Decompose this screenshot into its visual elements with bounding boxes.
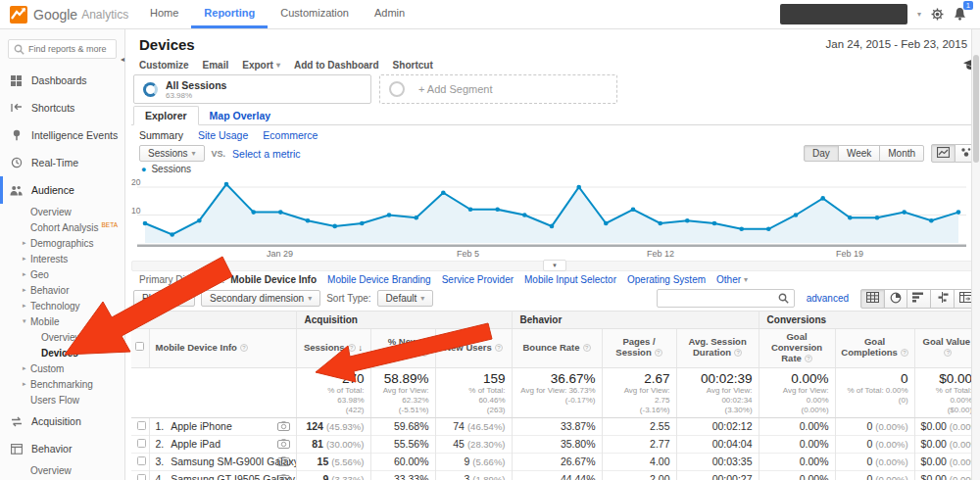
main-content: ◂ Devices Jan 24, 2015 - Feb 23, 2015 ▾ … bbox=[125, 29, 980, 480]
performance-view-button[interactable] bbox=[906, 289, 931, 309]
topnav-home[interactable]: Home bbox=[137, 0, 191, 28]
sidebar-search[interactable] bbox=[8, 39, 117, 59]
comparison-view-button[interactable] bbox=[930, 289, 955, 309]
sidebar-item-benchmarking[interactable]: ▸Benchmarking bbox=[0, 376, 124, 392]
row-checkbox[interactable] bbox=[137, 456, 146, 465]
customize-button[interactable]: Customize bbox=[139, 60, 189, 71]
dimension-other[interactable]: Other▾ bbox=[716, 274, 748, 285]
column-header-mobile-device-info[interactable]: Mobile Device Info? bbox=[149, 329, 296, 368]
sidebar-item-mobile[interactable]: ▾Mobile bbox=[0, 313, 124, 329]
column-header-sessions[interactable]: Sessions?↓ bbox=[296, 329, 370, 368]
column-header-new-users[interactable]: New Users? bbox=[435, 329, 512, 368]
sidebar-item-audience[interactable]: Audience bbox=[0, 176, 124, 204]
search-icon[interactable] bbox=[773, 293, 794, 304]
table-search-input[interactable] bbox=[658, 293, 773, 304]
granularity-week[interactable]: Week bbox=[838, 145, 880, 162]
sidebar-item-acquisition[interactable]: Acquisition bbox=[0, 408, 124, 435]
sidebar-item-overview[interactable]: Overview bbox=[0, 204, 124, 219]
summary-subtext: (0) bbox=[842, 396, 908, 406]
expand-right-icon: ▸ bbox=[23, 239, 28, 247]
column-header-goal-completions[interactable]: Goal Completions? bbox=[835, 329, 914, 368]
sidebar-item-overview[interactable]: Overview bbox=[0, 329, 124, 345]
sidebar-item-behavior[interactable]: Behavior bbox=[0, 435, 124, 462]
select-metric-link[interactable]: Select a metric bbox=[232, 148, 300, 160]
bell-icon[interactable]: 1 bbox=[954, 7, 966, 23]
metric-value: 33.87% bbox=[561, 420, 596, 432]
device-name-link[interactable]: Samsung GT-I9505 Galaxy S IV bbox=[171, 473, 296, 480]
scrollbar-thumb[interactable] bbox=[973, 55, 979, 163]
subtab-site-usage[interactable]: Site Usage bbox=[198, 129, 248, 141]
sidebar-item-geo[interactable]: ▸Geo bbox=[0, 266, 124, 282]
metric-cell: 55.56% bbox=[370, 435, 435, 453]
topnav-customization[interactable]: Customization bbox=[268, 0, 362, 28]
sidebar-item-cohort-analysis[interactable]: Cohort AnalysisBETA bbox=[0, 219, 124, 235]
device-name-link[interactable]: Apple iPhone bbox=[171, 420, 231, 432]
column-header-new-sessions[interactable]: % New Sessions? bbox=[370, 329, 435, 368]
sidebar-item-technology[interactable]: ▸Technology bbox=[0, 298, 124, 313]
percentage-view-button[interactable] bbox=[884, 289, 907, 309]
export-button[interactable]: Export▾ bbox=[242, 60, 280, 71]
row-index: 1. bbox=[156, 420, 165, 432]
tab-explorer[interactable]: Explorer bbox=[133, 106, 199, 125]
sort-type-button[interactable]: Default▾ bbox=[377, 290, 434, 307]
metric-selector[interactable]: Sessions▾ bbox=[139, 145, 205, 162]
sidebar-item-behavior[interactable]: ▸Behavior bbox=[0, 282, 124, 298]
sidebar-item-dashboards[interactable]: Dashboards bbox=[0, 67, 124, 94]
sidebar-item-overview[interactable]: Overview bbox=[0, 462, 124, 478]
dimension-operating-system[interactable]: Operating System bbox=[627, 274, 706, 285]
sidebar-item-real-time[interactable]: Real-Time bbox=[0, 149, 124, 176]
select-all-checkbox[interactable] bbox=[135, 342, 144, 351]
sidebar-item-demographics[interactable]: ▸Demographics bbox=[0, 235, 124, 251]
subtab-ecommerce[interactable]: Ecommerce bbox=[263, 129, 318, 141]
plot-rows-button[interactable]: Plot Rows bbox=[133, 290, 195, 307]
granularity-month[interactable]: Month bbox=[879, 145, 924, 162]
row-checkbox[interactable] bbox=[137, 421, 146, 430]
column-header-pages-session[interactable]: Pages / Session? bbox=[602, 329, 676, 368]
data-view-button[interactable] bbox=[860, 289, 885, 309]
metric-cell: 00:04:04 bbox=[676, 435, 759, 453]
column-header-avg-session-duration[interactable]: Avg. Session Duration? bbox=[676, 329, 759, 368]
secondary-dimension-button[interactable]: Secondary dimension▾ bbox=[201, 290, 320, 307]
segment-all-sessions[interactable]: All Sessions 63.98% bbox=[133, 74, 371, 104]
gear-icon[interactable] bbox=[931, 8, 944, 21]
dimension-mobile-input-selector[interactable]: Mobile Input Selector bbox=[524, 274, 616, 285]
scrollbar-track[interactable] bbox=[971, 29, 980, 480]
device-name-link[interactable]: Samsung SM-G900I Galaxy S5 bbox=[171, 456, 296, 467]
sidebar-item-intelligence-events[interactable]: Intelligence Events bbox=[0, 121, 124, 149]
column-header-goal-conversion-rate[interactable]: Goal Conversion Rate? bbox=[759, 329, 835, 368]
sidebar-item-devices[interactable]: Devices bbox=[0, 345, 124, 360]
shortcut-button[interactable]: Shortcut bbox=[393, 60, 433, 71]
subtab-summary[interactable]: Summary bbox=[139, 129, 183, 141]
topnav-reporting[interactable]: Reporting bbox=[191, 0, 268, 28]
date-range-selector[interactable]: Jan 24, 2015 - Feb 23, 2015 ▾ bbox=[826, 38, 977, 50]
tab-map-overlay[interactable]: Map Overlay bbox=[199, 107, 281, 124]
sidebar-collapse-button[interactable]: ◂ bbox=[121, 55, 124, 64]
label: Operating System bbox=[627, 274, 706, 285]
account-selector[interactable] bbox=[780, 4, 907, 24]
advanced-search-link[interactable]: advanced bbox=[807, 293, 849, 304]
chart-collapse-button[interactable]: ▼ bbox=[543, 260, 566, 271]
column-header-bounce-rate[interactable]: Bounce Rate? bbox=[512, 329, 602, 368]
search-input[interactable] bbox=[28, 44, 111, 54]
sidebar-item-users-flow[interactable]: Users Flow bbox=[0, 392, 124, 408]
dimension-mobile-device-info[interactable]: Mobile Device Info bbox=[230, 274, 317, 285]
row-checkbox[interactable] bbox=[137, 474, 146, 480]
sessions-chart[interactable]: 1020 bbox=[131, 175, 978, 248]
sidebar-item-custom[interactable]: ▸Custom bbox=[0, 360, 124, 376]
add-to-dashboard-button[interactable]: Add to Dashboard bbox=[294, 60, 379, 71]
row-index: 4. bbox=[156, 473, 165, 480]
device-name-link[interactable]: Apple iPad bbox=[171, 438, 220, 450]
dimension-service-provider[interactable]: Service Provider bbox=[442, 274, 514, 285]
email-button[interactable]: Email bbox=[203, 60, 229, 71]
line-chart-view-button[interactable] bbox=[931, 144, 956, 163]
column-header-goal-value[interactable]: Goal Value? bbox=[914, 329, 978, 368]
granularity-day[interactable]: Day bbox=[804, 145, 839, 162]
row-checkbox[interactable] bbox=[137, 439, 146, 448]
metric-value: 33.33% bbox=[394, 473, 429, 480]
dimension-mobile-device-branding[interactable]: Mobile Device Branding bbox=[327, 274, 431, 285]
topnav-admin[interactable]: Admin bbox=[362, 0, 417, 28]
sidebar-item-interests[interactable]: ▸Interests bbox=[0, 251, 124, 266]
caret-down-icon[interactable]: ▾ bbox=[917, 10, 921, 19]
sidebar-item-shortcuts[interactable]: Shortcuts bbox=[0, 94, 124, 121]
add-segment-button[interactable]: + Add Segment bbox=[379, 74, 617, 104]
